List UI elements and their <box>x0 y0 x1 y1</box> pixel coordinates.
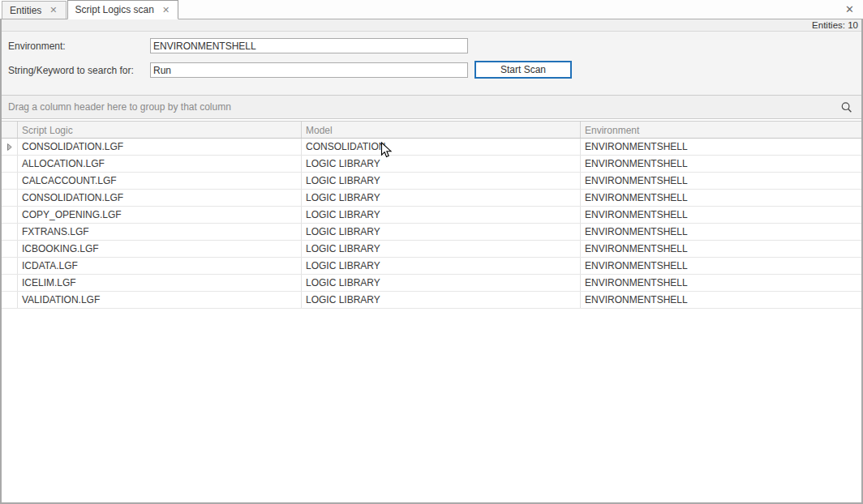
grid-cell[interactable]: LOGIC LIBRARY <box>302 156 581 172</box>
table-row[interactable]: VALIDATION.LGFLOGIC LIBRARYENVIRONMENTSH… <box>2 292 861 309</box>
tab-entities-label: Entities <box>10 5 41 16</box>
table-row[interactable]: CALCACCOUNT.LGFLOGIC LIBRARYENVIRONMENTS… <box>2 173 861 190</box>
grid-cell[interactable]: LOGIC LIBRARY <box>302 173 581 189</box>
grid-body: CONSOLIDATION.LGFCONSOLIDATIONENVIRONMEN… <box>2 139 861 309</box>
close-icon[interactable]: ✕ <box>843 3 857 15</box>
grid-cell[interactable]: LOGIC LIBRARY <box>302 207 581 223</box>
table-row[interactable]: COPY_OPENING.LGFLOGIC LIBRARYENVIRONMENT… <box>2 207 861 224</box>
keyword-input[interactable] <box>150 62 468 78</box>
tab-script-logics-scan[interactable]: Script Logics scan ✕ <box>67 0 179 19</box>
table-row[interactable]: ALLOCATION.LGFLOGIC LIBRARYENVIRONMENTSH… <box>2 156 861 173</box>
table-row[interactable]: CONSOLIDATION.LGFCONSOLIDATIONENVIRONMEN… <box>2 139 861 156</box>
row-indicator <box>2 156 18 172</box>
grid-cell[interactable]: ENVIRONMENTSHELL <box>581 139 861 155</box>
search-icon[interactable] <box>840 101 853 114</box>
row-indicator <box>2 292 18 308</box>
row-indicator-header <box>2 122 18 138</box>
grid-cell[interactable]: ICELIM.LGF <box>18 275 302 291</box>
grid-cell[interactable]: LOGIC LIBRARY <box>302 190 581 206</box>
group-by-hint: Drag a column header here to group by th… <box>8 101 231 113</box>
grid-cell[interactable]: ALLOCATION.LGF <box>18 156 302 172</box>
row-indicator <box>2 190 18 206</box>
group-by-bar[interactable]: Drag a column header here to group by th… <box>2 95 861 119</box>
grid-cell[interactable]: ICBOOKING.LGF <box>18 241 302 257</box>
row-indicator <box>2 207 18 223</box>
grid-cell[interactable]: COPY_OPENING.LGF <box>18 207 302 223</box>
column-header-script-logic[interactable]: Script Logic <box>18 122 302 138</box>
grid-cell[interactable]: LOGIC LIBRARY <box>302 241 581 257</box>
tab-bar: Entities ✕ Script Logics scan ✕ ✕ <box>0 0 863 19</box>
grid-cell[interactable]: ENVIRONMENTSHELL <box>581 258 861 274</box>
column-header-environment[interactable]: Environment <box>581 122 861 138</box>
grid-cell[interactable]: ENVIRONMENTSHELL <box>581 241 861 257</box>
grid-cell[interactable]: ENVIRONMENTSHELL <box>581 275 861 291</box>
grid-cell[interactable]: ENVIRONMENTSHELL <box>581 207 861 223</box>
grid-cell[interactable]: ENVIRONMENTSHELL <box>581 224 861 240</box>
column-header-model[interactable]: Model <box>302 122 581 138</box>
row-indicator <box>2 275 18 291</box>
environment-input[interactable] <box>150 38 468 53</box>
row-indicator <box>2 241 18 257</box>
table-row[interactable]: FXTRANS.LGFLOGIC LIBRARYENVIRONMENTSHELL <box>2 224 861 241</box>
grid-cell[interactable]: LOGIC LIBRARY <box>302 258 581 274</box>
table-row[interactable]: ICELIM.LGFLOGIC LIBRARYENVIRONMENTSHELL <box>2 275 861 292</box>
tab-script-logics-scan-label: Script Logics scan <box>75 4 154 15</box>
grid-cell[interactable]: LOGIC LIBRARY <box>302 275 581 291</box>
main-panel: Entities: 10 Environment: String/Keyword… <box>0 19 863 504</box>
grid-cell[interactable]: VALIDATION.LGF <box>18 292 302 308</box>
scan-form: Environment: String/Keyword to search fo… <box>2 32 861 95</box>
start-scan-button[interactable]: Start Scan <box>474 61 572 79</box>
grid-cell[interactable]: ICDATA.LGF <box>18 258 302 274</box>
keyword-label: String/Keyword to search for: <box>8 65 134 76</box>
grid-cell[interactable]: FXTRANS.LGF <box>18 224 302 240</box>
grid-cell[interactable]: CALCACCOUNT.LGF <box>18 173 302 189</box>
grid-cell[interactable]: CONSOLIDATION.LGF <box>18 139 302 155</box>
grid-cell[interactable]: ENVIRONMENTSHELL <box>581 292 861 308</box>
environment-label: Environment: <box>8 41 66 52</box>
grid-cell[interactable]: ENVIRONMENTSHELL <box>581 156 861 172</box>
grid-cell[interactable]: CONSOLIDATION.LGF <box>18 190 302 206</box>
close-icon[interactable]: ✕ <box>48 5 58 15</box>
table-row[interactable]: CONSOLIDATION.LGFLOGIC LIBRARYENVIRONMEN… <box>2 190 861 207</box>
grid-cell[interactable]: ENVIRONMENTSHELL <box>581 173 861 189</box>
grid-cell[interactable]: CONSOLIDATION <box>302 139 581 155</box>
close-icon[interactable]: ✕ <box>161 5 171 15</box>
table-row[interactable]: ICDATA.LGFLOGIC LIBRARYENVIRONMENTSHELL <box>2 258 861 275</box>
row-indicator <box>2 258 18 274</box>
grid-header: Script Logic Model Environment <box>2 121 861 139</box>
tab-entities[interactable]: Entities ✕ <box>2 1 67 19</box>
grid-cell[interactable]: LOGIC LIBRARY <box>302 292 581 308</box>
current-row-arrow-icon <box>2 139 18 155</box>
row-indicator <box>2 224 18 240</box>
status-bar: Entities: 10 <box>2 19 861 32</box>
grid-cell[interactable]: ENVIRONMENTSHELL <box>581 190 861 206</box>
row-indicator <box>2 173 18 189</box>
grid-cell[interactable]: LOGIC LIBRARY <box>302 224 581 240</box>
table-row[interactable]: ICBOOKING.LGFLOGIC LIBRARYENVIRONMENTSHE… <box>2 241 861 258</box>
entities-count: Entities: 10 <box>812 20 858 30</box>
